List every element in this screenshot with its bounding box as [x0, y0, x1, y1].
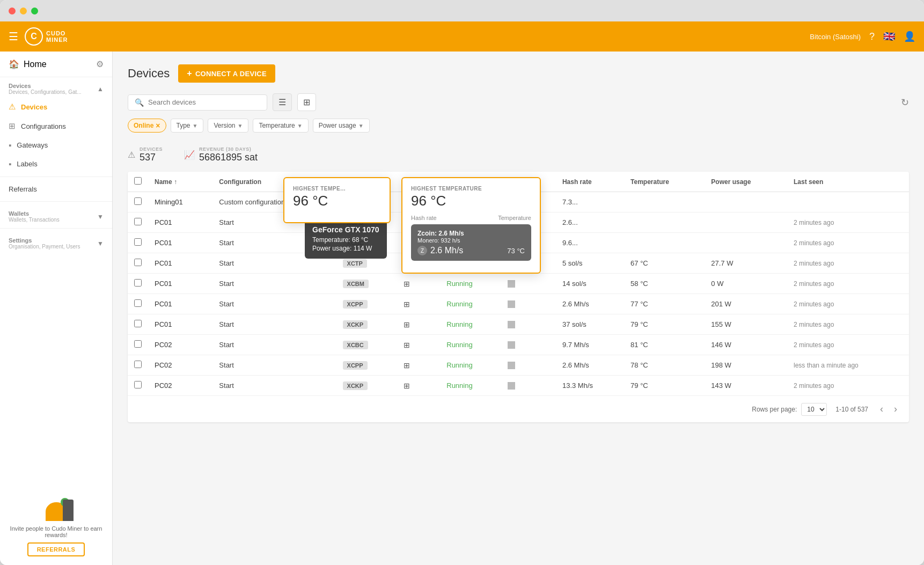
- sidebar-section-toggle[interactable]: Devices Devices, Configurations, Gat... …: [9, 83, 104, 95]
- logo-icon: C: [25, 27, 43, 46]
- os-icon: ⊞: [404, 320, 410, 329]
- row-status: Running: [440, 335, 501, 355]
- online-filter-tag[interactable]: Online ×: [128, 119, 166, 133]
- row-power: 0 W: [705, 274, 787, 294]
- temperature-chevron-icon: ▼: [297, 123, 303, 129]
- table-row[interactable]: PC01 Start XCFG ⊞ unning 2.6... 2 minute…: [128, 212, 909, 233]
- row-power: 155 W: [705, 314, 787, 335]
- connect-device-button[interactable]: + CONNECT A DEVICE: [178, 64, 275, 83]
- table-row[interactable]: PC01 Start XCTP ⊞ Running 5 sol/s 67 °C …: [128, 253, 909, 274]
- plus-icon: +: [187, 69, 192, 78]
- row-type: ⊞: [397, 253, 440, 274]
- table-row[interactable]: PC02 Start XCPP ⊞ Running 2.6 Mh/s 78 °C…: [128, 355, 909, 376]
- row-checkbox[interactable]: [134, 279, 142, 287]
- sidebar-settings-toggle[interactable]: Settings Organisation, Payment, Users ▼: [9, 237, 104, 250]
- row-temp: 81 °C: [624, 335, 705, 355]
- row-hashrate: 9.6...: [556, 233, 624, 253]
- row-temp: 77 °C: [624, 294, 705, 314]
- referrals-button[interactable]: REFERRALS: [27, 542, 85, 556]
- row-name: PC01: [148, 274, 212, 294]
- temperature-filter[interactable]: Temperature ▼: [253, 119, 308, 133]
- language-icon[interactable]: 🇬🇧: [883, 31, 895, 42]
- row-type: ⊞: [397, 314, 440, 335]
- version-filter[interactable]: Version ▼: [208, 119, 248, 133]
- user-icon[interactable]: 👤: [904, 31, 915, 42]
- row-temp: [624, 192, 705, 212]
- row-name: PC01: [148, 294, 212, 314]
- row-hashrate: 5 sol/s: [556, 253, 624, 274]
- row-status: Running: [440, 314, 501, 335]
- row-temp: 58 °C: [624, 274, 705, 294]
- sidebar-settings-sub: Organisation, Payment, Users: [9, 244, 80, 250]
- sidebar-item-labels[interactable]: ▪ Labels: [0, 155, 112, 173]
- table-row[interactable]: PC01 Start XCBM ⊞ Running 14 sol/s 58 °C…: [128, 274, 909, 294]
- help-icon[interactable]: ?: [869, 31, 875, 42]
- maximize-dot[interactable]: [31, 8, 38, 14]
- row-label: XCFG: [336, 212, 398, 233]
- table-row[interactable]: PC01 Start XCKP ⊞ Running 37 sol/s 79 °C…: [128, 314, 909, 335]
- row-type: ⊞: [397, 233, 440, 253]
- close-dot[interactable]: [9, 8, 16, 14]
- chevron-up-icon: ▲: [97, 85, 104, 93]
- table-row[interactable]: PC01 Start XCBC ⊞ unning 9.6... 2 minute…: [128, 233, 909, 253]
- table-row[interactable]: Mining01 Custom configuration Home ⊞ unn…: [128, 192, 909, 212]
- row-name: PC02: [148, 335, 212, 355]
- sidebar-wallets-toggle[interactable]: Wallets Wallets, Transactions ▼: [9, 210, 104, 223]
- row-lastseen: 2 minutes ago: [787, 274, 909, 294]
- row-power: 201 W: [705, 294, 787, 314]
- sidebar-divider-2: [0, 201, 112, 202]
- power-filter[interactable]: Power usage ▼: [313, 119, 370, 133]
- sidebar-wallets-section: Wallets Wallets, Transactions ▼: [0, 205, 112, 225]
- row-power: 198 W: [705, 355, 787, 376]
- row-name: PC01: [148, 253, 212, 274]
- row-power: [705, 192, 787, 212]
- hamburger-icon[interactable]: ☰: [9, 30, 18, 43]
- row-checkbox[interactable]: [134, 238, 142, 246]
- row-checkbox[interactable]: [134, 197, 142, 205]
- row-checkbox[interactable]: [134, 381, 142, 388]
- table-row[interactable]: PC02 Start XCBC ⊞ Running 9.7 Mh/s 81 °C…: [128, 335, 909, 355]
- row-type: ⊞: [397, 274, 440, 294]
- os-icon: ⊞: [404, 198, 410, 207]
- row-checkbox[interactable]: [134, 340, 142, 348]
- row-checkbox[interactable]: [134, 259, 142, 266]
- refresh-button[interactable]: ↻: [901, 97, 909, 108]
- row-checkbox[interactable]: [134, 320, 142, 327]
- row-worker: [501, 294, 556, 314]
- row-checkbox[interactable]: [134, 361, 142, 368]
- row-power: [705, 233, 787, 253]
- page-title: Devices: [128, 67, 170, 80]
- row-temp: 67 °C: [624, 253, 705, 274]
- sidebar-item-referrals[interactable]: Referrals: [0, 180, 112, 198]
- rows-per-page-select[interactable]: 10 25 50: [801, 403, 827, 416]
- sidebar-item-gateways[interactable]: ▪ Gateways: [0, 136, 112, 155]
- sidebar-home[interactable]: 🏠 Home ⚙: [0, 52, 112, 77]
- row-type: ⊞: [397, 294, 440, 314]
- row-name: PC01: [148, 212, 212, 233]
- settings-gear-icon[interactable]: ⚙: [96, 59, 104, 69]
- list-view-button[interactable]: ☰: [273, 93, 292, 111]
- table-row[interactable]: PC01 Start XCPP ⊞ Running 2.6 Mh/s 77 °C…: [128, 294, 909, 314]
- row-temp: 79 °C: [624, 376, 705, 396]
- online-tag-close[interactable]: ×: [156, 121, 160, 130]
- stats-bar: ⚠ DEVICES 537 📈 REVENUE (30 DAYS) 568618…: [128, 141, 909, 168]
- col-name[interactable]: Name ↑: [148, 172, 212, 192]
- row-checkbox[interactable]: [134, 299, 142, 307]
- grid-view-button[interactable]: ⊞: [297, 93, 316, 111]
- row-type: ⊞: [397, 376, 440, 396]
- sidebar-item-devices[interactable]: ⚠ Devices: [0, 97, 112, 116]
- select-all-checkbox[interactable]: [134, 177, 142, 185]
- table-row[interactable]: PC02 Start XCKP ⊞ Running 13.3 Mh/s 79 °…: [128, 376, 909, 396]
- next-page-button[interactable]: ›: [891, 402, 900, 416]
- revenue-stat: 📈 REVENUE (30 DAYS) 56861895 sat: [184, 146, 258, 163]
- search-input[interactable]: [148, 98, 260, 106]
- logo-text: CUDOMINER: [46, 30, 68, 43]
- minimize-dot[interactable]: [20, 8, 27, 14]
- col-worker: Worker: [501, 172, 556, 192]
- prev-page-button[interactable]: ‹: [877, 402, 886, 416]
- type-filter[interactable]: Type ▼: [171, 119, 204, 133]
- sidebar-item-configurations[interactable]: ⊞ Configurations: [0, 116, 112, 136]
- os-icon: ⊞: [404, 300, 410, 309]
- row-lastseen: 2 minutes ago: [787, 314, 909, 335]
- row-checkbox[interactable]: [134, 218, 142, 225]
